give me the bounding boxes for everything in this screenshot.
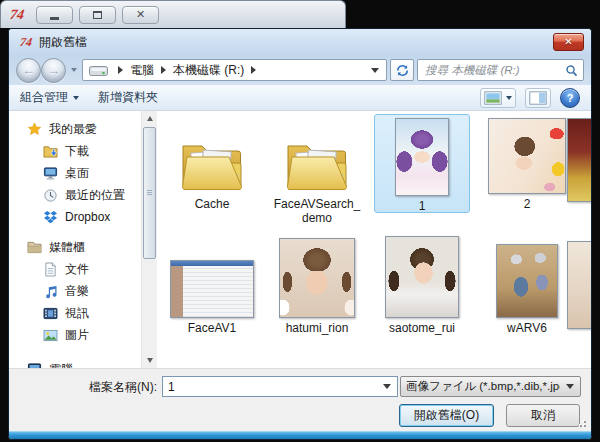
dialog-app-icon: 74 — [19, 35, 33, 50]
sidebar-item-documents[interactable]: 文件 — [9, 258, 141, 280]
search-input[interactable] — [423, 63, 565, 77]
dialog-footer: 檔案名稱(N): 画像ファイル (*.bmp,*.dib,*.jpeg 開啟舊檔… — [9, 368, 591, 431]
scrollbar-thumb[interactable] — [143, 127, 156, 259]
file-item[interactable]: wARV6 — [479, 238, 575, 335]
dialog-close-button[interactable]: ✕ — [553, 33, 584, 51]
sidebar-item-videos[interactable]: 視訊 — [9, 302, 141, 324]
file-item[interactable]: saotome_rui — [374, 238, 470, 335]
filetype-value: 画像ファイル (*.bmp,*.dib,*.jpeg — [401, 379, 560, 394]
file-name: FaceAVSearch_demo — [269, 197, 365, 225]
resize-grip[interactable] — [577, 418, 586, 427]
image-thumbnail — [395, 118, 449, 196]
question-mark-icon: ? — [567, 92, 574, 104]
preview-pane-button[interactable] — [525, 88, 551, 108]
breadcrumb-item-drive[interactable]: 本機磁碟 (R:) — [173, 62, 244, 79]
sidebar-item-desktop[interactable]: 桌面 — [9, 162, 141, 184]
sidebar-item-libraries[interactable]: 媒體櫃 — [9, 236, 141, 258]
dialog-titlebar[interactable]: 74 開啟舊檔 ✕ — [9, 29, 591, 55]
help-button[interactable]: ? — [560, 88, 580, 108]
sidebar-item-dropbox[interactable]: Dropbox — [9, 206, 141, 228]
folder-icon — [178, 136, 246, 194]
thumbnail-wrap — [269, 238, 365, 318]
parent-window-titlebar[interactable]: 74 ✕ — [0, 0, 346, 28]
organize-label: 組合管理 — [20, 89, 68, 106]
filetype-select[interactable]: 画像ファイル (*.bmp,*.dib,*.jpeg — [400, 376, 581, 397]
new-folder-button[interactable]: 新增資料夾 — [98, 89, 158, 106]
cancel-button[interactable]: 取消 — [506, 404, 580, 427]
organize-menu-button[interactable]: 組合管理 — [20, 89, 79, 106]
forward-arrow-icon: → — [47, 64, 60, 77]
forward-button[interactable]: → — [41, 58, 66, 83]
desktop-background: 74 ✕ 74 開啟舊檔 ✕ ← → 電腦 — [0, 0, 600, 442]
sidebar-item-label: 圖片 — [65, 327, 89, 344]
dialog-bottom-frame — [9, 431, 591, 439]
file-item[interactable]: FaceAV1 — [164, 238, 260, 335]
close-icon: ✕ — [136, 9, 145, 20]
navigation-bar: ← → 電腦 本機磁碟 (R:) — [9, 55, 591, 85]
file-item-partial[interactable] — [567, 118, 591, 202]
breadcrumb-item-computer[interactable]: 電腦 — [130, 62, 154, 79]
open-button[interactable]: 開啟舊檔(O) — [399, 404, 494, 427]
minimize-icon — [50, 17, 59, 20]
file-list[interactable]: Cache FaceAVSearch_demo — [157, 111, 591, 368]
drive-icon — [89, 64, 108, 76]
search-icon[interactable] — [565, 64, 578, 77]
file-item-selected[interactable]: 1 — [374, 114, 470, 213]
scroll-down-button[interactable] — [142, 353, 157, 368]
sidebar-item-music[interactable]: 音樂 — [9, 280, 141, 302]
file-item-partial[interactable] — [567, 241, 591, 329]
sidebar-item-label: 音樂 — [65, 283, 89, 300]
scrollbar-track[interactable] — [142, 126, 157, 353]
sidebar-group-gap — [9, 346, 141, 354]
window-controls: ✕ — [36, 6, 159, 24]
sidebar-item-favorites[interactable]: 我的最愛 — [9, 118, 141, 140]
history-dropdown-icon[interactable] — [71, 68, 77, 72]
sidebar-item-pictures[interactable]: 圖片 — [9, 324, 141, 346]
file-name: saotome_rui — [374, 321, 470, 335]
sidebar-item-downloads[interactable]: 下載 — [9, 140, 141, 162]
image-thumbnail — [496, 244, 558, 318]
thumbnail-wrap — [374, 238, 470, 318]
dropbox-icon — [42, 209, 59, 225]
file-item-folder[interactable]: Cache — [164, 114, 260, 211]
refresh-button[interactable] — [390, 59, 414, 81]
file-item-folder[interactable]: FaceAVSearch_demo — [269, 114, 365, 225]
filename-combobox — [162, 376, 398, 397]
pictures-icon — [42, 327, 59, 343]
maximize-button[interactable] — [79, 6, 116, 24]
file-name: hatumi_rion — [269, 321, 365, 335]
breadcrumb-separator-icon — [118, 66, 123, 74]
breadcrumb[interactable]: 電腦 本機磁碟 (R:) — [82, 59, 387, 81]
maximize-icon — [93, 11, 102, 19]
sidebar-item-computer[interactable]: 電腦 — [9, 358, 141, 368]
sidebar-item-label: 視訊 — [65, 305, 89, 322]
chevron-down-icon — [506, 96, 512, 100]
new-folder-label: 新增資料夾 — [98, 89, 158, 106]
music-icon — [42, 283, 59, 299]
dialog-title: 開啟舊檔 — [39, 34, 87, 51]
combobox-dropdown-icon[interactable] — [383, 384, 391, 389]
scroll-up-button[interactable] — [142, 111, 157, 126]
image-thumbnail — [279, 238, 355, 318]
file-item[interactable]: 2 — [479, 114, 575, 211]
thumbnail-wrap — [269, 114, 365, 194]
sidebar-item-label: 文件 — [65, 261, 89, 278]
sidebar-item-recent-places[interactable]: 最近的位置 — [9, 184, 141, 206]
file-name: wARV6 — [479, 321, 575, 335]
recent-places-icon — [42, 187, 59, 203]
chevron-down-icon — [73, 96, 79, 100]
file-item[interactable]: hatumi_rion — [269, 238, 365, 335]
videos-icon — [42, 305, 59, 321]
minimize-button[interactable] — [36, 6, 73, 24]
back-button[interactable]: ← — [16, 58, 41, 83]
folder-icon — [283, 136, 351, 194]
close-button[interactable]: ✕ — [122, 6, 159, 24]
sidebar-item-label: 最近的位置 — [65, 187, 125, 204]
sidebar-item-label: 媒體櫃 — [49, 239, 85, 256]
filename-input[interactable] — [163, 380, 377, 394]
breadcrumb-separator-icon — [161, 66, 166, 74]
downloads-folder-icon — [42, 143, 59, 159]
sidebar-scrollbar[interactable] — [141, 111, 157, 368]
change-view-button[interactable] — [480, 88, 516, 108]
breadcrumb-dropdown-icon[interactable] — [371, 68, 379, 73]
